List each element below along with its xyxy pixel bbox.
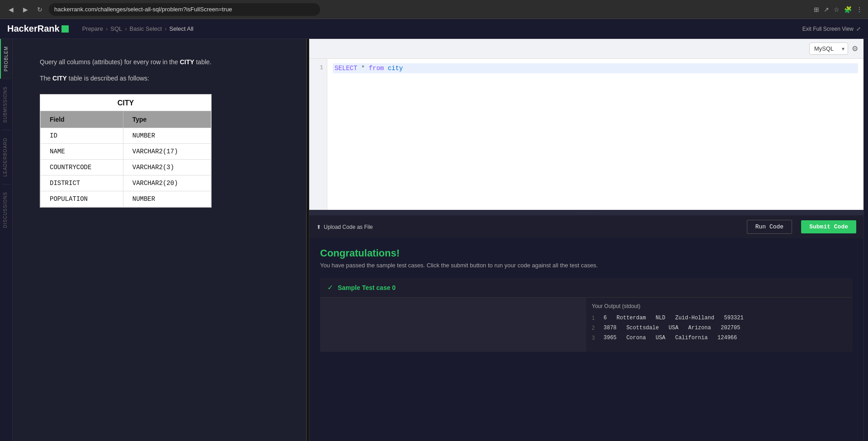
keyword-from: from	[369, 65, 384, 72]
code-editor[interactable]: 1 SELECT * from city	[309, 59, 863, 210]
output-row-data-2: 3878 Scottsdale USA Arizona 202705	[604, 325, 740, 331]
code-content[interactable]: SELECT * from city	[327, 59, 863, 210]
editor-container: MySQL ▾ ⚙ 1 SELECT * from	[309, 39, 863, 215]
type-population: NUMBER	[123, 191, 211, 207]
submit-code-label: Submit Code	[809, 223, 848, 230]
field-district: DISTRICT	[41, 175, 123, 191]
output-row-2: 2 3878 Scottsdale USA Arizona 202705	[592, 323, 847, 333]
field-name: NAME	[41, 143, 123, 159]
test-case-body: Your Output (stdout) 1 6 Rotterdam NLD Z…	[320, 298, 853, 352]
content-row: Problem Submissions Leaderboard Discussi…	[0, 39, 868, 441]
sidebar-problem-label: Problem	[4, 46, 9, 71]
logo-text: HackerRank	[7, 24, 60, 34]
run-code-label: Run Code	[755, 223, 783, 230]
test-output-header: Your Output (stdout)	[592, 303, 847, 309]
language-select-wrapper[interactable]: MySQL ▾	[809, 43, 848, 55]
app-header: HackerRank Prepare › SQL › Basic Select …	[0, 19, 868, 39]
address-bar[interactable]: hackerrank.com/challenges/select-all-sql…	[49, 3, 320, 16]
run-code-button[interactable]: Run Code	[747, 220, 792, 234]
table-row: POPULATION NUMBER	[41, 191, 211, 207]
type-countrycode: VARCHAR2(3)	[123, 159, 211, 175]
city-table-wrapper: CITY Field Type ID NUMBER	[40, 94, 212, 208]
line-numbers: 1	[309, 59, 327, 210]
refresh-button[interactable]: ↻	[34, 6, 45, 13]
browser-icons: ⊞ ↗ ☆ 🧩 ⋮	[814, 6, 863, 13]
output-row-num-1: 1	[592, 315, 598, 321]
editor-resize-handle[interactable]: · · · · ·	[309, 210, 863, 215]
sidebar-item-discussions[interactable]: Discussions	[0, 185, 12, 235]
field-id: ID	[41, 128, 123, 143]
editor-bottom-bar: ⬆ Upload Code as File Run Code Submit Co…	[309, 215, 863, 238]
bookmark-icon[interactable]: ☆	[834, 6, 840, 13]
submit-code-button[interactable]: Submit Code	[801, 220, 856, 233]
left-tabs: Problem Submissions Leaderboard Discussi…	[0, 39, 13, 441]
extensions-icon[interactable]: ⊞	[814, 6, 819, 13]
city-bold-2: CITY	[52, 75, 67, 82]
field-countrycode: COUNTRYCODE	[41, 159, 123, 175]
test-case-header: ✓ Sample Test case 0	[320, 278, 853, 298]
resize-dots-icon: · · · · ·	[578, 211, 595, 215]
check-circle-icon: ✓	[327, 283, 333, 292]
city-bold-1: CITY	[180, 58, 194, 66]
breadcrumb-sep-3: ›	[165, 25, 166, 32]
table-header-row: Field Type	[41, 111, 211, 128]
hackerrank-logo: HackerRank	[7, 24, 69, 34]
output-row-data-1: 6 Rotterdam NLD Zuid-Holland 593321	[604, 315, 744, 321]
line-number-1: 1	[313, 63, 323, 73]
breadcrumb-sep-1: ›	[106, 25, 108, 32]
test-output-area: Your Output (stdout) 1 6 Rotterdam NLD Z…	[586, 298, 853, 352]
upload-code-button[interactable]: ⬆ Upload Code as File	[316, 224, 373, 230]
exit-fullscreen-label: Exit Full Screen View	[802, 26, 854, 32]
puzzle-icon[interactable]: 🧩	[844, 6, 852, 13]
exit-fullscreen-button[interactable]: Exit Full Screen View ⤢	[802, 26, 861, 32]
right-scrollbar[interactable]	[863, 39, 868, 441]
share-icon[interactable]: ↗	[824, 6, 829, 13]
sidebar-item-leaderboard[interactable]: Leaderboard	[0, 130, 12, 184]
sidebar-item-problem[interactable]: Problem	[0, 39, 12, 79]
keyword-select: SELECT	[335, 65, 357, 72]
output-row-num-3: 3	[592, 335, 598, 341]
field-population: POPULATION	[41, 191, 123, 207]
problem-description-1: Query all columns (attributes) for every…	[40, 57, 279, 68]
output-container: Congratulations! You have passed the sam…	[309, 238, 863, 441]
breadcrumb-sep-2: ›	[125, 25, 127, 32]
problem-panel: Query all columns (attributes) for every…	[13, 39, 307, 441]
table-row: COUNTRYCODE VARCHAR2(3)	[41, 159, 211, 175]
forward-button[interactable]: ▶	[20, 6, 31, 13]
test-input-area	[320, 298, 586, 352]
sidebar-submissions-label: Submissions	[3, 86, 8, 123]
city-table-title: CITY	[40, 95, 211, 111]
output-row-data-3: 3965 Corona USA California 124966	[604, 335, 737, 341]
city-table: Field Type ID NUMBER NAME VARCHAR2	[40, 111, 211, 207]
upload-label: Upload Code as File	[324, 224, 373, 230]
breadcrumb-sql[interactable]: SQL	[110, 25, 122, 32]
congrats-title: Congratulations!	[320, 247, 853, 259]
editor-toolbar: MySQL ▾ ⚙	[309, 39, 863, 59]
language-select[interactable]: MySQL	[809, 43, 848, 55]
output-row-1: 1 6 Rotterdam NLD Zuid-Holland 593321	[592, 313, 847, 323]
table-row: DISTRICT VARCHAR2(20)	[41, 175, 211, 191]
problem-description-2: The CITY table is described as follows:	[40, 73, 279, 84]
congrats-text: You have passed the sample test cases. C…	[320, 262, 853, 269]
browser-chrome: ◀ ▶ ↻ hackerrank.com/challenges/select-a…	[0, 0, 868, 19]
output-row-3: 3 3965 Corona USA California 124966	[592, 333, 847, 343]
type-name: VARCHAR2(17)	[123, 143, 211, 159]
test-case-section: ✓ Sample Test case 0 Your Output (stdout…	[320, 278, 853, 352]
menu-icon[interactable]: ⋮	[856, 6, 863, 13]
app-wrapper: HackerRank Prepare › SQL › Basic Select …	[0, 19, 868, 441]
breadcrumb-prepare[interactable]: Prepare	[82, 25, 103, 32]
exit-fullscreen-icon: ⤢	[856, 26, 861, 32]
keyword-star: *	[361, 65, 369, 72]
logo-square-icon	[61, 25, 69, 33]
breadcrumb-basic-select[interactable]: Basic Select	[130, 25, 162, 32]
problem-content: Query all columns (attributes) for every…	[26, 48, 292, 217]
settings-button[interactable]: ⚙	[852, 44, 858, 53]
code-line-1: SELECT * from city	[333, 63, 858, 73]
back-button[interactable]: ◀	[5, 6, 16, 13]
output-row-num-2: 2	[592, 325, 598, 331]
table-row: NAME VARCHAR2(17)	[41, 143, 211, 159]
col-header-field: Field	[41, 111, 123, 128]
sidebar-discussions-label: Discussions	[3, 192, 8, 228]
sidebar-item-submissions[interactable]: Submissions	[0, 79, 12, 130]
table-row: ID NUMBER	[41, 128, 211, 143]
